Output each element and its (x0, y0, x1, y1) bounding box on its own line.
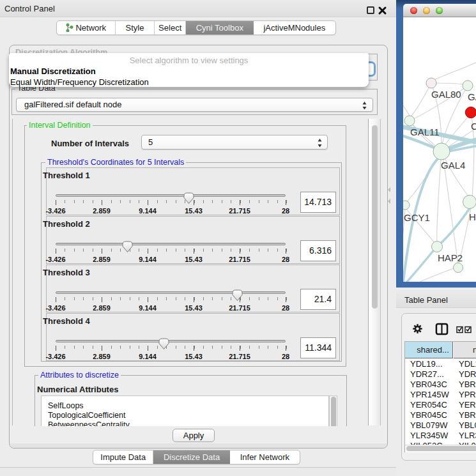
svg-text:GAL80: GAL80 (431, 89, 461, 100)
svg-text:GAL4: GAL4 (441, 160, 465, 171)
svg-text:H: H (469, 211, 476, 222)
svg-text:HAP2: HAP2 (438, 252, 463, 263)
svg-text:GAL11: GAL11 (410, 127, 440, 137)
svg-text:C: C (471, 121, 476, 132)
svg-text:GCY1: GCY1 (404, 212, 430, 223)
svg-text:GA: GA (468, 91, 476, 102)
